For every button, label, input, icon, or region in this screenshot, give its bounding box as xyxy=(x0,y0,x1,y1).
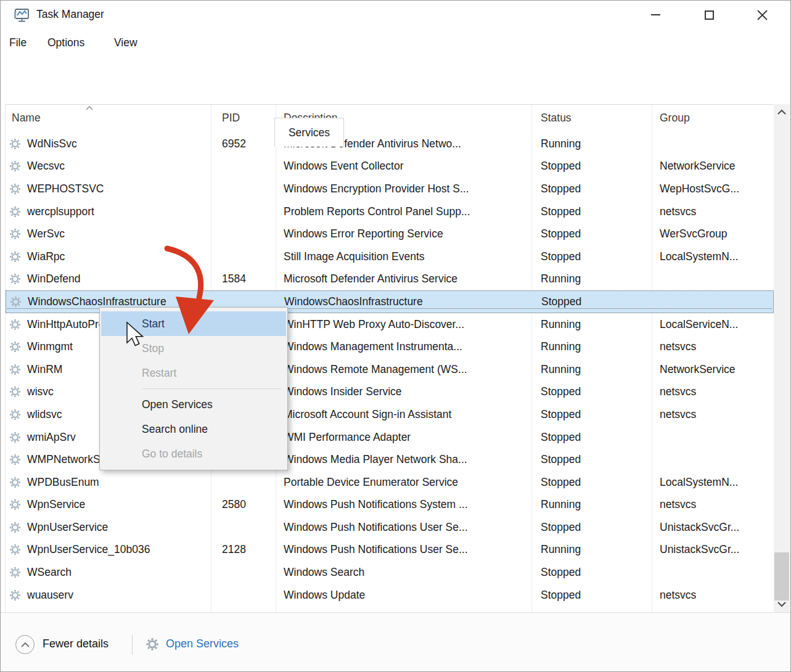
service-gear-icon xyxy=(9,408,22,421)
tab-services[interactable]: Services xyxy=(274,118,344,147)
service-status: Stopped xyxy=(531,566,652,579)
service-name: wlidsvc xyxy=(27,408,62,421)
fewer-details-label[interactable]: Fewer details xyxy=(43,637,109,650)
service-status: Stopped xyxy=(531,453,652,466)
tab-bar: ProcessesPerformanceUsersDetailsServices xyxy=(1,59,790,90)
service-name: WpnUserService xyxy=(27,521,108,534)
service-status: Running xyxy=(531,363,652,376)
service-name: WpnService xyxy=(27,498,85,511)
table-row[interactable]: WpnUserService_10b036 2128 Windows Push … xyxy=(6,539,774,562)
service-group: WerSvcGroup xyxy=(652,227,774,240)
service-group: netsvcs xyxy=(652,385,774,398)
service-status: Running xyxy=(531,543,652,556)
service-name: wercplsupport xyxy=(27,205,94,218)
chevron-down-icon xyxy=(777,601,787,607)
service-status: Stopped xyxy=(531,589,652,602)
service-name: WSearch xyxy=(27,566,72,579)
service-gear-icon xyxy=(9,431,22,444)
service-name: WMPNetworkSvc xyxy=(27,453,111,466)
minimize-icon xyxy=(651,14,660,15)
table-row[interactable]: wuauserv Windows Update Stopped netsvcs xyxy=(6,584,774,607)
service-description: WinHTTP Web Proxy Auto-Discover... xyxy=(276,318,531,331)
service-gear-icon xyxy=(9,340,22,353)
table-row[interactable]: WpnService 2580 Windows Push Notificatio… xyxy=(6,494,774,517)
service-description: Windows Encryption Provider Host S... xyxy=(276,182,531,195)
service-name: wmiApSrv xyxy=(27,431,76,444)
service-description: Portable Device Enumerator Service xyxy=(276,476,531,489)
table-row[interactable]: WEPHOSTSVC Windows Encryption Provider H… xyxy=(6,178,774,200)
service-status: Stopped xyxy=(531,205,652,218)
menu-view[interactable]: View xyxy=(114,36,137,49)
service-name: WiaRpc xyxy=(27,250,65,263)
table-header: Name PID Description Status Group xyxy=(6,105,774,133)
context-menu-item-start[interactable]: Start xyxy=(101,311,286,336)
context-menu-item-go-to-details[interactable]: Go to details xyxy=(101,441,286,466)
column-header-status[interactable]: Status xyxy=(541,112,572,125)
context-menu-item-label: Go to details xyxy=(142,448,202,461)
table-row[interactable]: WiaRpc Still Image Acquisition Events St… xyxy=(6,245,774,268)
table-row[interactable]: WPDBusEnum Portable Device Enumerator Se… xyxy=(6,471,774,494)
service-description: Windows Insider Service xyxy=(276,385,531,398)
open-services-link[interactable]: Open Services xyxy=(166,637,239,650)
service-group: netsvcs xyxy=(652,340,774,353)
service-name: WinRM xyxy=(27,363,62,376)
service-gear-icon xyxy=(9,137,22,150)
context-menu-item-stop[interactable]: Stop xyxy=(101,336,286,361)
service-description: Windows Push Notifications User Se... xyxy=(276,543,531,556)
service-gear-icon xyxy=(9,589,22,602)
table-row[interactable]: WerSvc Windows Error Reporting Service S… xyxy=(6,223,774,245)
service-name: Winmgmt xyxy=(27,340,73,353)
service-name: WdNisSvc xyxy=(27,137,77,150)
context-menu-item-label: Stop xyxy=(142,342,164,355)
close-icon xyxy=(756,9,768,21)
service-status: Stopped xyxy=(531,227,652,240)
service-name: WPDBusEnum xyxy=(27,476,99,489)
context-menu-item-restart[interactable]: Restart xyxy=(101,361,286,385)
scroll-down-button[interactable] xyxy=(774,596,790,612)
service-status: Stopped xyxy=(531,160,652,173)
window-title: Task Manager xyxy=(36,8,104,21)
table-row[interactable]: WdNisSvc 6952 Microsoft Defender Antivir… xyxy=(6,133,774,155)
service-gear-icon xyxy=(9,160,22,173)
service-description: Windows Push Notifications System ... xyxy=(276,498,531,511)
task-manager-window: Task Manager FileOptionsView ProcessesPe… xyxy=(0,0,791,672)
vertical-scrollbar[interactable] xyxy=(774,104,790,612)
scroll-up-button[interactable] xyxy=(774,104,790,120)
context-menu: StartStopRestartOpen ServicesSearch onli… xyxy=(99,307,288,470)
table-row[interactable]: wercplsupport Problem Reports Control Pa… xyxy=(6,200,774,223)
table-row[interactable]: WinDefend 1584 Microsoft Defender Antivi… xyxy=(6,268,774,291)
service-group: netsvcs xyxy=(652,498,774,511)
column-header-name[interactable]: Name xyxy=(12,112,41,125)
service-gear-icon xyxy=(9,521,22,534)
footer-divider xyxy=(132,635,133,655)
service-description: Windows Error Reporting Service xyxy=(276,227,531,240)
menu-options[interactable]: Options xyxy=(47,36,84,49)
maximize-button[interactable] xyxy=(695,1,723,29)
service-name: WerSvc xyxy=(27,227,65,240)
context-menu-item-search-online[interactable]: Search online xyxy=(101,417,286,441)
open-services-gear-icon xyxy=(145,637,160,652)
close-button[interactable] xyxy=(748,1,776,29)
service-group: NetworkService xyxy=(652,160,774,173)
footer-bar: Fewer details Open Services xyxy=(1,612,790,671)
fewer-details-button[interactable] xyxy=(15,635,35,654)
minimize-button[interactable] xyxy=(641,1,670,29)
table-row[interactable]: WpnUserService Windows Push Notification… xyxy=(6,516,774,539)
column-header-group[interactable]: Group xyxy=(660,112,690,125)
service-group: netsvcs xyxy=(652,589,774,602)
context-menu-item-open-services[interactable]: Open Services xyxy=(101,392,286,417)
service-group: UnistackSvcGr... xyxy=(652,543,774,556)
column-header-pid[interactable]: PID xyxy=(222,112,240,125)
service-status: Running xyxy=(531,498,652,511)
context-menu-item-label: Restart xyxy=(142,367,176,380)
service-name: WpnUserService_10b036 xyxy=(27,543,150,556)
table-row[interactable]: Wecsvc Windows Event Collector Stopped N… xyxy=(6,155,774,178)
menu-file[interactable]: File xyxy=(9,36,27,49)
service-status: Running xyxy=(531,318,652,331)
table-row[interactable]: WSearch Windows Search Stopped xyxy=(6,561,774,584)
service-group: LocalServiceN... xyxy=(652,318,774,331)
scrollbar-thumb[interactable] xyxy=(774,552,789,600)
service-status: Running xyxy=(531,340,652,353)
service-gear-icon xyxy=(9,318,22,331)
service-description: Microsoft Account Sign-in Assistant xyxy=(276,408,531,421)
